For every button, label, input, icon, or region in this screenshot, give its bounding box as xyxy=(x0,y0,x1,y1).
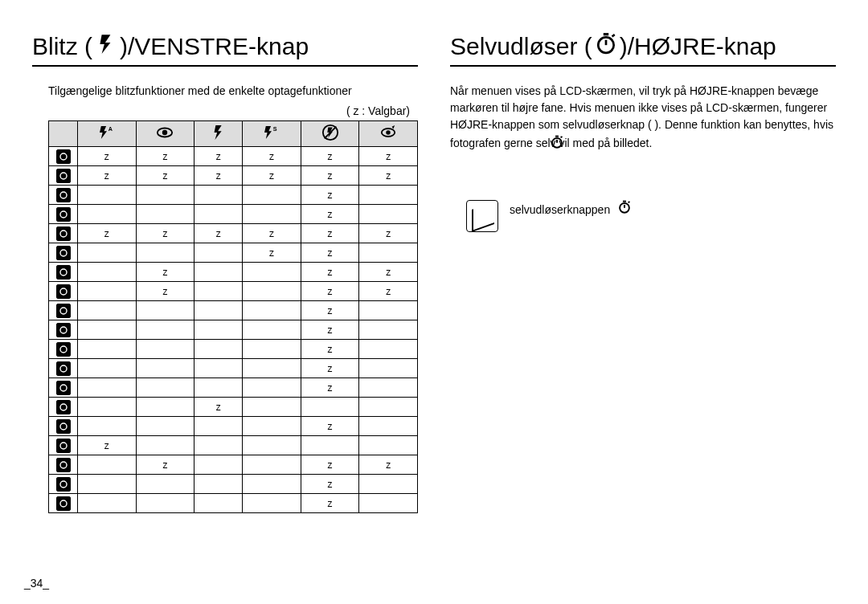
cell xyxy=(301,398,359,417)
flash-availability-table: A S xyxy=(48,120,418,513)
svg-rect-52 xyxy=(555,136,559,137)
table-row: zzz xyxy=(49,455,418,475)
cell xyxy=(78,475,137,494)
table-row: z xyxy=(49,205,418,224)
col-flash-off xyxy=(301,121,359,147)
svg-rect-30 xyxy=(56,361,71,376)
col-red-eye xyxy=(136,121,194,147)
table-row: z xyxy=(49,436,418,455)
svg-rect-42 xyxy=(56,477,71,492)
note-box: selvudløserknappen xyxy=(466,200,836,232)
cell xyxy=(243,359,301,378)
cell xyxy=(359,186,418,205)
cell: z xyxy=(301,243,359,263)
cell xyxy=(243,417,301,436)
cell: z xyxy=(78,147,137,166)
svg-rect-22 xyxy=(56,284,71,299)
cell xyxy=(243,205,301,224)
mode-cafe-icon xyxy=(49,494,78,513)
cell xyxy=(136,243,194,263)
cell xyxy=(359,475,418,494)
cell xyxy=(194,436,243,455)
note-pencil-icon xyxy=(466,200,498,232)
cell: z xyxy=(194,147,243,166)
table-row: z xyxy=(49,340,418,359)
cell xyxy=(78,494,137,513)
cell xyxy=(78,263,137,282)
svg-line-57 xyxy=(628,202,630,202)
cell: z xyxy=(136,282,194,301)
mode-photo-help-icon xyxy=(49,224,78,243)
table-row: z xyxy=(49,398,418,417)
svg-rect-16 xyxy=(56,226,71,241)
cell xyxy=(301,436,359,455)
cell xyxy=(243,263,301,282)
svg-rect-48 xyxy=(603,33,608,35)
cell: z xyxy=(301,378,359,398)
mode-food-icon xyxy=(49,475,78,494)
table-row: zzzzzz xyxy=(49,147,418,166)
table-row: z xyxy=(49,186,418,205)
cell xyxy=(194,455,243,475)
cell xyxy=(136,436,194,455)
svg-point-54 xyxy=(620,203,629,213)
svg-point-50 xyxy=(552,138,562,148)
col-slow-sync: S xyxy=(243,121,301,147)
svg-rect-36 xyxy=(56,419,71,434)
left-title-post: )/VENSTRE-knap xyxy=(120,33,309,60)
cell xyxy=(78,186,137,205)
timer-icon-small xyxy=(618,203,631,216)
table-row: z xyxy=(49,320,418,340)
mode-program-icon xyxy=(49,166,78,186)
svg-rect-14 xyxy=(56,207,71,222)
page-number: _34_ xyxy=(24,577,49,590)
svg-rect-20 xyxy=(56,265,71,280)
cell xyxy=(194,494,243,513)
svg-text:A: A xyxy=(108,125,113,133)
table-row: zzz xyxy=(49,282,418,301)
svg-rect-34 xyxy=(56,400,71,414)
cell xyxy=(359,378,418,398)
cell: z xyxy=(78,166,137,186)
col-fill-flash xyxy=(194,121,243,147)
cell xyxy=(243,320,301,340)
mode-portrait-icon xyxy=(49,263,78,282)
left-column: Blitz ( )/VENSTRE-knap Tilgængelige blit… xyxy=(32,32,418,513)
cell: z xyxy=(301,166,359,186)
cell xyxy=(243,378,301,398)
mode-closeup-icon xyxy=(49,340,78,359)
svg-rect-56 xyxy=(623,201,626,202)
table-row: zzzzzz xyxy=(49,166,418,186)
cell: z xyxy=(136,147,194,166)
svg-point-7 xyxy=(386,130,390,134)
cell xyxy=(359,417,418,436)
cell: z xyxy=(301,301,359,320)
cell: z xyxy=(194,166,243,186)
cell: z xyxy=(301,475,359,494)
mode-beach-snow-icon xyxy=(49,436,78,455)
right-title-post: )/HØJRE-knap xyxy=(620,33,776,60)
cell xyxy=(243,398,301,417)
svg-rect-26 xyxy=(56,323,71,337)
cell: z xyxy=(243,166,301,186)
svg-text:S: S xyxy=(273,125,277,133)
cell xyxy=(359,301,418,320)
table-row: z xyxy=(49,301,418,320)
cell xyxy=(78,417,137,436)
cell xyxy=(136,320,194,340)
cell xyxy=(78,243,137,263)
cell xyxy=(194,243,243,263)
mode-landscape-icon xyxy=(49,301,78,320)
cell xyxy=(136,378,194,398)
cell xyxy=(136,398,194,417)
table-legend: ( z : Valgbar) xyxy=(32,104,418,117)
cell xyxy=(194,359,243,378)
mode-dawn-icon xyxy=(49,378,78,398)
cell xyxy=(78,301,137,320)
cell xyxy=(194,475,243,494)
timer-icon-inline xyxy=(551,138,563,151)
cell xyxy=(243,455,301,475)
mode-auto-icon xyxy=(49,147,78,166)
cell: z xyxy=(301,340,359,359)
cell: z xyxy=(243,147,301,166)
